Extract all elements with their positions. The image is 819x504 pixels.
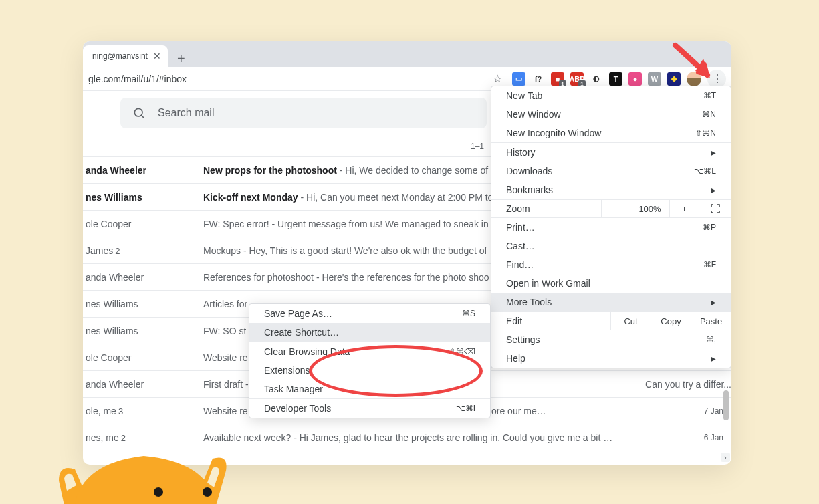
extension-icon[interactable]: ▭ [512, 72, 525, 86]
scroll-expand-icon[interactable]: › [721, 453, 730, 462]
submenu-dev-tools[interactable]: Developer Tools⌥⌘I [249, 399, 490, 418]
fox-illustration [47, 417, 241, 504]
extension-icon[interactable]: W [648, 72, 661, 86]
url-text[interactable]: gle.com/mail/u/1/#inbox [88, 74, 187, 84]
avatar[interactable] [687, 72, 701, 86]
extension-icon[interactable]: ● [628, 72, 642, 86]
menu-bookmarks[interactable]: Bookmarks▶ [491, 180, 731, 199]
email-subject-line: References for photoshoot - Here's the r… [203, 272, 489, 283]
menu-find[interactable]: Find…⌘F [491, 255, 731, 274]
search-bar[interactable]: Search mail [120, 98, 487, 128]
zoom-value: 100% [630, 204, 669, 214]
menu-help[interactable]: Help▶ [491, 349, 731, 368]
chevron-right-icon: ▶ [711, 355, 716, 362]
email-sender: anda Wheeler [86, 379, 203, 390]
menu-zoom-row: Zoom − 100% + [491, 199, 731, 218]
fullscreen-button[interactable] [699, 204, 731, 213]
email-sender: James2 [86, 245, 203, 256]
extension-icons: ▭f?■ABP◐T●W◆ [512, 72, 681, 86]
chrome-menu: New Tab⌘T New Window⌘N New Incognito Win… [491, 86, 731, 368]
svg-point-4 [203, 487, 212, 497]
menu-print[interactable]: Print…⌘P [491, 218, 731, 237]
email-sender: ole, me3 [86, 406, 203, 416]
email-subject-line: Website re [203, 352, 248, 363]
close-icon[interactable]: ✕ [153, 51, 161, 61]
menu-settings[interactable]: Settings⌘, [491, 330, 731, 349]
fullscreen-icon [711, 204, 720, 213]
submenu-clear-data[interactable]: Clear Browsing Data⇧⌘⌫ [249, 342, 490, 361]
svg-point-3 [154, 487, 163, 497]
email-subject-line: First draft - [203, 379, 249, 390]
email-sender: anda Wheeler [86, 272, 203, 283]
zoom-out-button[interactable]: − [601, 199, 630, 218]
copy-button[interactable]: Copy [651, 311, 691, 330]
svg-point-0 [134, 108, 142, 116]
email-subject-line: Mockups - Hey, This is a good start! We'… [203, 245, 487, 256]
menu-more-tools[interactable]: More Tools▶ [491, 293, 731, 311]
email-subject-line: Articles for [203, 299, 247, 309]
chevron-right-icon: ▶ [711, 186, 716, 194]
menu-history[interactable]: History▶ [491, 143, 731, 162]
paste-button[interactable]: Paste [691, 311, 731, 330]
tab-title: ning@manvsint [92, 51, 148, 61]
svg-line-1 [141, 115, 144, 118]
menu-incognito[interactable]: New Incognito Window⇧⌘N [491, 124, 731, 142]
submenu-task-manager[interactable]: Task Manager [249, 380, 490, 398]
email-subject-line: Available next week? - Hi James, glad to… [203, 432, 612, 443]
menu-edit-row: Edit Cut Copy Paste [491, 311, 731, 330]
menu-new-window[interactable]: New Window⌘N [491, 105, 731, 124]
email-sender: nes Williams [86, 192, 203, 203]
email-sender: ole Cooper [86, 219, 203, 229]
extension-icon[interactable]: ABP [570, 72, 584, 86]
search-placeholder: Search mail [158, 107, 214, 119]
zoom-in-button[interactable]: + [669, 199, 699, 218]
menu-new-tab[interactable]: New Tab⌘T [491, 86, 731, 105]
menu-open-work[interactable]: Open in Work Gmail [491, 274, 731, 293]
new-tab-button[interactable]: + [168, 51, 195, 67]
menu-cast[interactable]: Cast… [491, 237, 731, 255]
zoom-label: Zoom [491, 203, 601, 214]
email-sender: nes Williams [86, 299, 203, 309]
star-icon[interactable]: ☆ [493, 72, 502, 85]
submenu-save-page[interactable]: Save Page As…⌘S [249, 304, 490, 323]
more-tools-submenu: Save Page As…⌘S Create Shortcut… Clear B… [249, 303, 491, 418]
browser-window: ning@manvsint ✕ + gle.com/mail/u/1/#inbo… [83, 41, 731, 465]
extension-icon[interactable]: ■ [551, 72, 564, 86]
search-icon [132, 106, 146, 120]
email-subject-line: Website re [203, 406, 248, 416]
pagination-count: 1–1 [471, 142, 484, 151]
browser-tab[interactable]: ning@manvsint ✕ [83, 45, 168, 67]
email-sender: anda Wheeler [86, 165, 203, 176]
extension-icon[interactable]: ◆ [667, 72, 681, 86]
email-subject-line: FW: Spec error! - Urgent message from us… [203, 219, 489, 229]
chevron-right-icon: ▶ [711, 299, 716, 306]
tab-bar: ning@manvsint ✕ + [83, 41, 731, 67]
email-subject-line: New props for the photoshoot - Hi, We de… [203, 165, 499, 176]
email-sender: nes Williams [86, 326, 203, 336]
scroll-thumb[interactable] [723, 390, 729, 420]
cut-button[interactable]: Cut [610, 311, 651, 330]
menu-downloads[interactable]: Downloads⌥⌘L [491, 162, 731, 180]
extension-icon[interactable]: ◐ [590, 72, 603, 86]
email-subject-line: FW: SO st [203, 326, 246, 336]
email-subject-line: Kick-off next Monday - Hi, Can you meet … [203, 192, 493, 203]
extension-icon[interactable]: T [609, 72, 622, 86]
submenu-create-shortcut[interactable]: Create Shortcut… [249, 323, 490, 342]
edit-label: Edit [491, 316, 610, 326]
chevron-right-icon: ▶ [711, 149, 716, 156]
extension-icon[interactable]: f? [532, 72, 545, 86]
submenu-extensions[interactable]: Extensions [249, 361, 490, 380]
email-sender: ole Cooper [86, 352, 203, 363]
